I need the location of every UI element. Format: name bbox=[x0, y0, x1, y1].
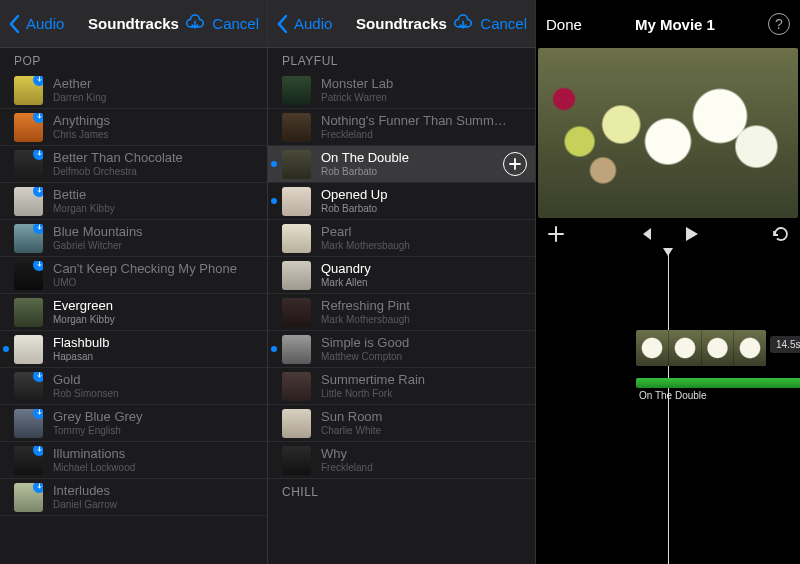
track-artist: Delfmob Orchestra bbox=[53, 166, 259, 178]
track-title: Better Than Chocolate bbox=[53, 151, 259, 166]
track-row[interactable]: Can't Keep Checking My PhoneUMO bbox=[0, 257, 267, 294]
track-title: Aether bbox=[53, 77, 259, 92]
cancel-button[interactable]: Cancel bbox=[212, 15, 259, 32]
track-thumb bbox=[14, 335, 43, 364]
track-thumb bbox=[282, 446, 311, 475]
track-thumb bbox=[14, 483, 43, 512]
track-row[interactable]: Refreshing PintMark Mothersbaugh bbox=[268, 294, 535, 331]
add-track-button[interactable] bbox=[503, 152, 527, 176]
track-thumb bbox=[14, 372, 43, 401]
player-controls bbox=[536, 218, 800, 244]
track-row[interactable]: Simple is GoodMatthew Compton bbox=[268, 331, 535, 368]
track-thumb bbox=[282, 187, 311, 216]
track-row[interactable]: WhyFreckleland bbox=[268, 442, 535, 479]
track-title: Evergreen bbox=[53, 299, 259, 314]
track-title: Bettie bbox=[53, 188, 259, 203]
track-row[interactable]: IlluminationsMichael Lockwood bbox=[0, 442, 267, 479]
downloaded-dot-icon bbox=[271, 346, 277, 352]
undo-icon[interactable] bbox=[770, 224, 790, 244]
nav-bar: Audio Soundtracks Cancel bbox=[0, 0, 267, 48]
track-row[interactable]: QuandryMark Allen bbox=[268, 257, 535, 294]
video-clip[interactable] bbox=[636, 330, 766, 366]
track-row[interactable]: BettieMorgan Kibby bbox=[0, 183, 267, 220]
cloud-badge-icon bbox=[33, 150, 43, 160]
track-title: Flashbulb bbox=[53, 336, 259, 351]
track-artist: Mark Mothersbaugh bbox=[321, 314, 527, 326]
track-list[interactable]: POPAetherDarren KingAnythingsChris James… bbox=[0, 48, 267, 564]
track-thumb bbox=[14, 446, 43, 475]
track-row[interactable]: Nothing's Funner Than Summ…Freckleland bbox=[268, 109, 535, 146]
cloud-badge-icon bbox=[33, 483, 43, 493]
track-thumb bbox=[282, 76, 311, 105]
track-artist: Michael Lockwood bbox=[53, 462, 259, 474]
track-artist: Rob Simonsen bbox=[53, 388, 259, 400]
track-artist: Hapasan bbox=[53, 351, 259, 363]
track-title: Opened Up bbox=[321, 188, 527, 203]
track-thumb bbox=[282, 298, 311, 327]
track-artist: Tommy English bbox=[53, 425, 259, 437]
track-row[interactable]: Better Than ChocolateDelfmob Orchestra bbox=[0, 146, 267, 183]
cloud-download-icon[interactable] bbox=[452, 14, 474, 34]
track-title: Illuminations bbox=[53, 447, 259, 462]
playhead[interactable] bbox=[668, 250, 669, 564]
track-row[interactable]: AnythingsChris James bbox=[0, 109, 267, 146]
track-row[interactable]: AetherDarren King bbox=[0, 72, 267, 109]
track-title: Pearl bbox=[321, 225, 527, 240]
track-thumb bbox=[14, 224, 43, 253]
track-title: Interludes bbox=[53, 484, 259, 499]
track-title: Refreshing Pint bbox=[321, 299, 527, 314]
add-media-button[interactable] bbox=[546, 224, 566, 244]
track-row[interactable]: Sun RoomCharlie White bbox=[268, 405, 535, 442]
track-list[interactable]: PLAYFULMonster LabPatrick WarrenNothing'… bbox=[268, 48, 535, 564]
track-artist: Rob Barbato bbox=[321, 203, 527, 215]
track-title: Why bbox=[321, 447, 527, 462]
track-row[interactable]: On The DoubleRob Barbato bbox=[268, 146, 535, 183]
back-button[interactable]: Audio bbox=[276, 14, 332, 34]
track-artist: Little North Fork bbox=[321, 388, 527, 400]
track-title: On The Double bbox=[321, 151, 503, 166]
track-artist: Freckleland bbox=[321, 129, 527, 141]
section-header: CHILL bbox=[268, 479, 535, 503]
track-artist: Rob Barbato bbox=[321, 166, 503, 178]
done-button[interactable]: Done bbox=[546, 16, 582, 33]
chevron-left-icon bbox=[8, 14, 20, 34]
track-title: Gold bbox=[53, 373, 259, 388]
track-thumb bbox=[14, 150, 43, 179]
track-thumb bbox=[282, 335, 311, 364]
track-row[interactable]: Blue MountainsGabriel Witcher bbox=[0, 220, 267, 257]
track-row[interactable]: Grey Blue GreyTommy English bbox=[0, 405, 267, 442]
soundtracks-pane-right: Audio Soundtracks Cancel PLAYFULMonster … bbox=[268, 0, 536, 564]
track-thumb bbox=[14, 409, 43, 438]
track-row[interactable]: Summertime RainLittle North Fork bbox=[268, 368, 535, 405]
cloud-download-icon[interactable] bbox=[184, 14, 206, 34]
back-button[interactable]: Audio bbox=[8, 14, 64, 34]
track-row[interactable]: Monster LabPatrick Warren bbox=[268, 72, 535, 109]
track-row[interactable]: Opened UpRob Barbato bbox=[268, 183, 535, 220]
skip-start-icon[interactable] bbox=[636, 225, 654, 243]
track-row[interactable]: GoldRob Simonsen bbox=[0, 368, 267, 405]
editor-nav: Done My Movie 1 ? bbox=[536, 0, 800, 48]
back-label: Audio bbox=[26, 15, 64, 32]
track-artist: Morgan Kibby bbox=[53, 203, 259, 215]
cloud-badge-icon bbox=[33, 113, 43, 123]
cloud-badge-icon bbox=[33, 409, 43, 419]
downloaded-dot-icon bbox=[271, 161, 277, 167]
track-thumb bbox=[282, 150, 311, 179]
cloud-badge-icon bbox=[33, 224, 43, 234]
audio-clip-label: On The Double bbox=[639, 390, 707, 401]
play-icon[interactable] bbox=[682, 225, 700, 243]
cancel-button[interactable]: Cancel bbox=[480, 15, 527, 32]
track-row[interactable]: PearlMark Mothersbaugh bbox=[268, 220, 535, 257]
track-row[interactable]: InterludesDaniel Garrow bbox=[0, 479, 267, 516]
video-preview[interactable] bbox=[538, 48, 798, 218]
help-icon[interactable]: ? bbox=[768, 13, 790, 35]
track-thumb bbox=[282, 372, 311, 401]
track-title: Nothing's Funner Than Summ… bbox=[321, 114, 527, 129]
track-artist: Gabriel Witcher bbox=[53, 240, 259, 252]
audio-clip[interactable] bbox=[636, 378, 800, 388]
track-artist: Morgan Kibby bbox=[53, 314, 259, 326]
track-thumb bbox=[14, 298, 43, 327]
track-row[interactable]: FlashbulbHapasan bbox=[0, 331, 267, 368]
track-row[interactable]: EvergreenMorgan Kibby bbox=[0, 294, 267, 331]
timeline[interactable]: 14.5s On The Double bbox=[536, 250, 800, 564]
